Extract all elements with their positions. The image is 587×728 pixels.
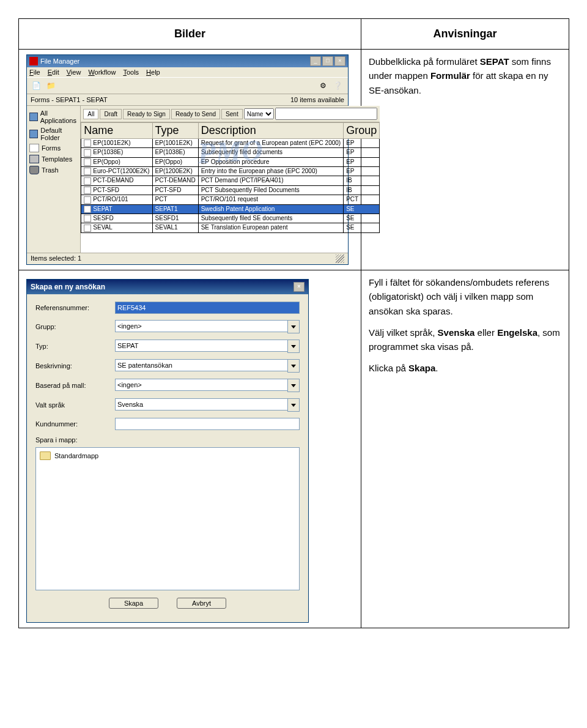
cell-name: PCT-SFD [81,185,152,195]
cell-name: EP(Oppo) [81,157,152,166]
table-row[interactable]: Euro-PCT(1200E2K)EP(1200E2K)Entry into t… [81,167,380,176]
maximize-button[interactable]: □ [322,56,333,66]
text-bold: SEPAT [480,56,509,67]
text: eller [474,327,497,338]
menu-help[interactable]: Help [146,69,160,76]
chevron-down-icon[interactable] [287,398,300,412]
text: Dubbelklicka på formuläret [369,56,480,67]
resize-handle[interactable] [336,254,344,263]
cell-name: SEPAT [81,204,152,214]
sidebar-item-trash[interactable]: Trash [28,165,79,176]
instruction-table: Bilder Anvisningar File Manager _ □ × Fi [18,18,569,628]
cell-instructions-2: Fyll i fältet för sökandens/ombudets ref… [361,270,569,628]
sidebar-item-all-applications[interactable]: All Applications [28,108,79,125]
items-available: 10 items available [290,96,344,103]
sidebar-item-label: Default Folder [40,127,78,141]
app-icon [29,57,38,65]
table-row[interactable]: SESFDSESFD1Subsequently filed SE documen… [81,214,380,223]
text: . [435,363,438,373]
col-type[interactable]: Type [152,123,198,139]
table-row[interactable]: SEPATSEPAT1Swedish Patent ApplicationSE [81,204,380,214]
sidebar-item-label: Templates [42,155,72,163]
minimize-button[interactable]: _ [310,56,321,66]
type-combo[interactable] [115,340,300,353]
chevron-down-icon[interactable] [287,320,300,333]
cell-name: Euro-PCT(1200E2K) [81,167,152,176]
cancel-button[interactable]: Avbryt [177,598,226,609]
label-language: Valt språk [35,401,115,409]
label-description: Beskrivning: [35,362,115,370]
fm-title: File Manager [40,58,79,65]
label-customer-number: Kundnummer: [35,420,115,428]
tree-item-standard-folder[interactable]: Standardmapp [40,451,295,460]
menu-edit[interactable]: Edit [48,69,59,76]
col-description[interactable]: Description [198,123,343,139]
menu-workflow[interactable]: Workflow [88,69,116,76]
create-application-dialog: Skapa en ny ansökan × Referensnummer: Gr… [26,279,309,623]
fm-titlebar: File Manager _ □ × [27,55,348,67]
new-folder-icon[interactable]: 📁 [44,79,57,92]
filter-row: All Draft Ready to Sign Ready to Send Se… [81,106,380,122]
filter-field-select[interactable]: Name [244,108,274,119]
menu-tools[interactable]: Tools [123,69,139,76]
create-button[interactable]: Skapa [109,598,158,609]
menu-file[interactable]: File [29,69,40,76]
sidebar-item-label: All Applications [40,110,78,124]
table-row[interactable]: SEVALSEVAL1SE Translation European paten… [81,223,380,232]
group-combo[interactable] [115,320,300,333]
dlg-close-button[interactable]: × [294,282,305,292]
folder-tree[interactable]: Standardmapp [35,447,300,590]
chevron-down-icon[interactable] [287,340,300,353]
chevron-down-icon[interactable] [287,379,300,392]
file-manager-window: File Manager _ □ × File Edit View Workfl… [26,54,349,265]
text: Fyll i fältet för sökandens/ombudets ref… [369,275,561,318]
forms-table: PMO Name Type Description Group EP(1001E… [81,122,380,253]
label-reference: Referensnummer: [35,304,115,311]
label-template: Baserad på mall: [35,382,115,389]
filter-all[interactable]: All [83,109,98,119]
table-row[interactable]: EP(1001E2K)EP(1001E2K)Request for grant … [81,139,380,148]
cell-image-2: Skapa en ny ansökan × Referensnummer: Gr… [19,270,361,628]
table-row[interactable]: EP(Oppo)EP(Oppo)EP Opposition procedureE… [81,157,380,166]
text: Klicka på [369,363,408,373]
template-combo[interactable] [115,379,300,392]
new-file-icon[interactable]: 📄 [29,79,43,92]
filter-draft[interactable]: Draft [100,109,122,119]
col-group[interactable]: Group [344,123,380,139]
status-text: Items selected: 1 [31,254,81,263]
customer-number-input[interactable] [115,418,300,430]
table-row[interactable]: PCT/RO/101PCTPCT/RO/101 requestPCT [81,195,380,204]
help-icon[interactable]: ❔ [331,79,344,92]
fm-toolbar: 📄 📁 ⚙ ❔ [27,77,348,94]
description-combo[interactable] [115,359,300,373]
sidebar-item-templates[interactable]: Templates [28,154,79,165]
menubar: File Edit View Workflow Tools Help [27,67,348,77]
cell-name: EP(1038E) [81,148,152,157]
filter-search-input[interactable] [275,108,378,120]
chevron-down-icon[interactable] [287,359,300,373]
filter-sent[interactable]: Sent [221,109,243,119]
gear-icon[interactable]: ⚙ [316,79,330,92]
close-button[interactable]: × [334,56,345,66]
label-save-in-folder: Spara i mapp: [35,436,300,444]
menu-view[interactable]: View [67,69,81,76]
language-combo[interactable] [115,398,300,412]
reference-input[interactable] [115,302,300,314]
cell-instructions-1: Dubbelklicka på formuläret SEPAT som fin… [361,50,569,270]
sidebar-item-label: Trash [42,166,59,174]
text-bold: Skapa [408,363,435,373]
table-row[interactable]: PCT-SFDPCT-SFDPCT Subsequently Filed Doc… [81,185,380,195]
filter-ready-sign[interactable]: Ready to Sign [123,109,170,119]
filter-ready-send[interactable]: Ready to Send [171,109,220,119]
sidebar-item-default-folder[interactable]: Default Folder [28,125,79,143]
folder-icon [40,451,51,460]
table-row[interactable]: EP(1038E)EP(1038E)Subsequently filed doc… [81,148,380,157]
tree-item-label: Standardmapp [54,452,98,459]
fm-main: All Draft Ready to Sign Ready to Send Se… [81,106,380,253]
table-row[interactable]: PCT-DEMANDPCT-DEMANDPCT Demand (PCT/IPEA… [81,176,380,185]
cell-name: SESFD [81,214,152,223]
header-bilder: Bilder [19,19,361,50]
col-name[interactable]: Name [81,123,152,139]
sidebar-item-forms[interactable]: Forms [28,143,79,154]
text: Välj vilket språk, [369,327,438,338]
